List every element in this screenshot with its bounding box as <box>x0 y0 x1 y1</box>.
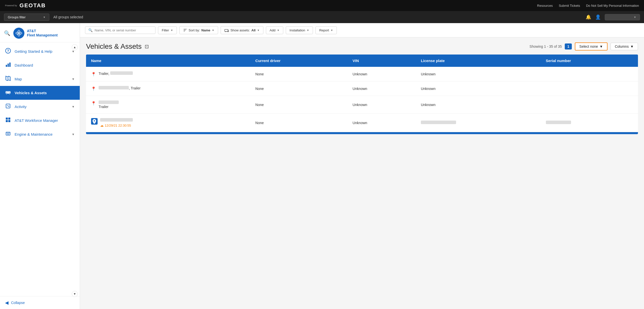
horizontal-scrollbar[interactable] <box>86 132 638 134</box>
sidebar-scroll-down-button[interactable]: ▼ <box>72 291 78 297</box>
getting-started-icon: ? <box>5 48 11 55</box>
pin-icon: 📍 <box>91 86 96 91</box>
brand-logo: AT&T Fleet Management <box>13 28 58 39</box>
show-assets-value: All <box>251 28 256 32</box>
table-cell-driver: None <box>250 114 347 132</box>
content-area: 🔍 Filter ▼ Sort by: Name ▼ Show assets: … <box>80 23 644 309</box>
resources-link[interactable]: Resources <box>537 4 553 8</box>
show-assets-button[interactable]: Show assets: All ▼ <box>221 26 263 34</box>
sidebar: 🔍 AT&T Fleet Management ▲ <box>0 23 80 309</box>
table-cell-serial-number <box>541 96 638 114</box>
svg-rect-23 <box>6 132 10 135</box>
redacted-name <box>110 71 133 75</box>
engine-maintenance-icon <box>5 131 11 138</box>
table-row[interactable]: ☁ 12/29/21 22:30:55 None Unknown <box>86 114 638 132</box>
table-cell-vin: Unknown <box>347 96 416 114</box>
filter-button[interactable]: Filter ▼ <box>158 26 177 34</box>
select-none-button[interactable]: Select none ▼ <box>575 42 608 50</box>
groups-filter-label: Groups filter <box>8 15 26 19</box>
svg-rect-30 <box>225 29 228 31</box>
table-row[interactable]: 📍 Trailer None Unknown U <box>86 96 638 114</box>
sidebar-item-getting-started[interactable]: ? Getting Started & Help ▼ <box>0 44 80 58</box>
sort-value: Name <box>202 28 210 32</box>
map-icon <box>5 76 11 82</box>
table-cell-vin: Unknown <box>347 67 416 81</box>
sort-icon <box>183 28 187 32</box>
sidebar-search-icon[interactable]: 🔍 <box>4 30 10 36</box>
sidebar-item-map[interactable]: Map ▼ <box>0 72 80 86</box>
page-header: Vehicles & Assets ⊡ Showing 1 - 35 of 35… <box>86 42 638 50</box>
table-cell-driver: None <box>250 96 347 114</box>
columns-button[interactable]: Columns ▼ <box>611 43 638 50</box>
filter-label: Filter <box>162 28 169 32</box>
installation-label: Installation <box>290 28 305 32</box>
search-input[interactable] <box>95 28 145 32</box>
select-none-label: Select none <box>579 44 598 48</box>
svg-point-24 <box>7 133 9 134</box>
report-label: Report <box>319 28 329 32</box>
table-row[interactable]: 📍 , Trailer None Unknown Unknown <box>86 81 638 96</box>
sidebar-item-label-getting-started: Getting Started & Help <box>15 49 68 54</box>
top-nav-right: Resources Submit Tickets Do Not Sell My … <box>537 4 639 8</box>
svg-rect-6 <box>6 65 7 67</box>
table-cell-name: 📍 Trailer <box>86 96 250 114</box>
sort-button[interactable]: Sort by: Name ▼ <box>179 26 218 34</box>
page-header-right: Showing 1 - 35 of 35 1 Select none ▼ Col… <box>530 42 638 50</box>
submit-tickets-link[interactable]: Submit Tickets <box>559 4 580 8</box>
sidebar-item-label-dashboard: Dashboard <box>15 63 75 67</box>
installation-button[interactable]: Installation ▼ <box>286 26 313 34</box>
notifications-bell-icon[interactable]: 🔔 <box>586 14 591 20</box>
table-cell-serial-number <box>541 67 638 81</box>
sidebar-scroll-up-button[interactable]: ▲ <box>72 44 78 50</box>
user-icon[interactable]: 👤 <box>595 14 601 20</box>
brand-name-area: AT&T Fleet Management <box>27 29 58 37</box>
collapse-button[interactable]: ◀ Collapse <box>0 296 80 309</box>
brand-name-line2: Fleet Management <box>27 33 58 37</box>
sidebar-item-engine-maintenance[interactable]: Engine & Maintenance ▼ <box>0 127 80 141</box>
table-cell-vin: Unknown <box>347 114 416 132</box>
redacted-name <box>100 118 133 122</box>
redacted-license <box>421 121 456 124</box>
sidebar-item-label-map: Map <box>15 77 68 81</box>
truck-icon <box>224 28 229 32</box>
svg-point-32 <box>227 31 227 32</box>
table-cell-serial-number <box>541 114 638 132</box>
groups-selected-text: All groups selected <box>53 15 83 19</box>
brand-circle-icon <box>13 28 24 39</box>
top-nav: Powered by GEOTAB Resources Submit Ticke… <box>0 0 644 11</box>
col-header-vin: VIN <box>347 55 416 67</box>
groups-filter-button[interactable]: Groups filter ▼ <box>4 14 49 21</box>
sidebar-item-label-engine-maintenance: Engine & Maintenance <box>15 132 68 136</box>
timestamp-text: 12/29/21 22:30:55 <box>105 124 131 127</box>
add-chevron-icon: ▼ <box>277 29 279 32</box>
sidebar-item-activity[interactable]: Activity ▼ <box>0 100 80 114</box>
page-title: Vehicles & Assets <box>86 42 142 50</box>
sidebar-item-vehicles-assets[interactable]: Vehicles & Assets <box>0 86 80 100</box>
collapse-label: Collapse <box>11 301 25 305</box>
user-dropdown[interactable]: ▼ <box>605 14 640 20</box>
top-nav-left: Powered by GEOTAB <box>5 2 46 9</box>
collapse-icon: ◀ <box>5 300 9 305</box>
installation-chevron-icon: ▼ <box>307 29 309 32</box>
dashboard-icon <box>5 62 11 69</box>
brand-name-line1: AT&T <box>27 29 58 33</box>
add-button[interactable]: Add ▼ <box>266 26 283 34</box>
table-cell-serial-number <box>541 81 638 96</box>
bookmark-icon[interactable]: ⊡ <box>145 43 149 49</box>
search-box[interactable]: 🔍 <box>85 26 155 34</box>
sidebar-item-label-att-workforce: AT&T Workforce Manager <box>15 118 75 123</box>
report-button[interactable]: Report ▼ <box>315 26 337 34</box>
svg-rect-8 <box>9 63 11 67</box>
main-layout: 🔍 AT&T Fleet Management ▲ <box>0 23 644 309</box>
table-header-row: Name Current driver VIN License plate Se… <box>86 55 638 67</box>
geotab-logo: GEOTAB <box>20 2 46 9</box>
sidebar-item-dashboard[interactable]: Dashboard <box>0 58 80 72</box>
svg-point-33 <box>228 31 229 32</box>
table-cell-license-plate: Unknown <box>416 67 541 81</box>
select-none-chevron-icon: ▼ <box>599 44 603 48</box>
table-row[interactable]: 📍 Trailer, None Unknown Unknown <box>86 67 638 81</box>
svg-point-14 <box>9 93 10 94</box>
sidebar-item-att-workforce[interactable]: AT&T Workforce Manager <box>0 114 80 127</box>
do-not-sell-link[interactable]: Do Not Sell My Personal Information <box>586 4 639 8</box>
top-nav-logo: Powered by GEOTAB <box>5 2 46 9</box>
